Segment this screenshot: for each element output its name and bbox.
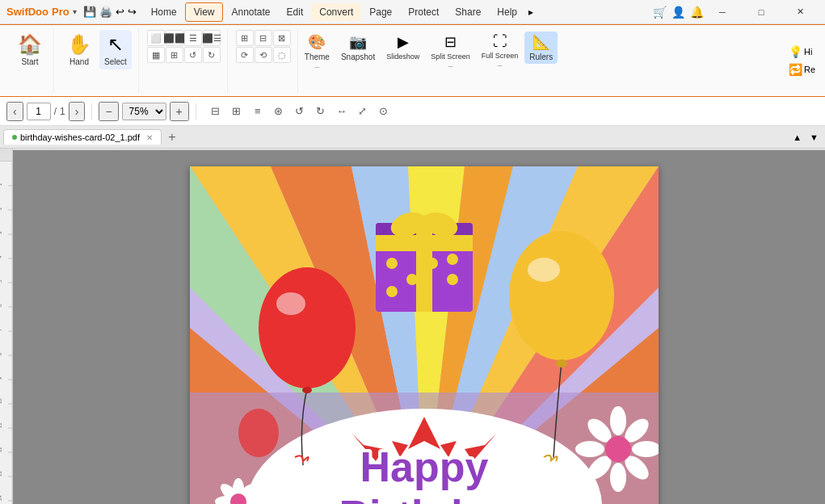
title-right-icons: 🛒 👤 🔔 — [653, 6, 704, 19]
svg-point-123 — [416, 215, 432, 231]
svg-point-137 — [610, 406, 626, 435]
menu-annotate[interactable]: Annotate — [223, 3, 278, 21]
select-label: Select — [104, 57, 127, 66]
tab-scroll-down[interactable]: ▼ — [806, 131, 822, 144]
theme-button[interactable]: 🎨 Theme ─ — [300, 32, 335, 73]
document-page: Happy Birthday Happy Happy Birthday Birt… — [190, 166, 659, 504]
svg-text:Birthday: Birthday — [339, 492, 509, 504]
redo-icon[interactable]: ↪ — [128, 6, 137, 18]
app-dropdown-icon[interactable]: ▾ — [73, 7, 77, 16]
menu-view[interactable]: View — [185, 2, 224, 22]
single-page-btn[interactable]: ⬜ — [147, 30, 165, 46]
extra-btn-2[interactable]: ⊟ — [255, 30, 272, 46]
page-number-input[interactable] — [27, 103, 51, 120]
svg-text:12: 12 — [0, 447, 2, 452]
menu-protect[interactable]: Protect — [400, 3, 447, 21]
zoom-in-button[interactable]: + — [170, 102, 189, 121]
document-area[interactable]: Happy Birthday Happy Happy Birthday Birt… — [13, 150, 825, 504]
save-icon[interactable]: 💾 — [83, 6, 96, 18]
two-page-btn[interactable]: ⬛⬛ — [166, 30, 183, 46]
undo-icon[interactable]: ↩ — [116, 6, 124, 18]
slideshow-icon: ▶ — [398, 33, 409, 51]
extra-btn-4[interactable]: ⟳ — [236, 47, 254, 63]
select-button[interactable]: ↖ Select — [99, 30, 132, 69]
menu-home[interactable]: Home — [143, 3, 185, 21]
snapshot-label: Snapshot — [341, 52, 375, 62]
split-screen-button[interactable]: ⊟ Split Screen ─ — [426, 32, 475, 72]
doc-scroll-area: Happy Birthday Happy Happy Birthday Birt… — [13, 150, 825, 504]
rotate-right-btn[interactable]: ↻ — [203, 47, 221, 63]
slideshow-button[interactable]: ▶ Slideshow — [381, 32, 424, 63]
hi-icon: 💡 — [789, 45, 802, 58]
next-page-button[interactable]: › — [69, 102, 86, 121]
hand-icon: ✋ — [67, 33, 91, 56]
minimize-button[interactable]: ─ — [704, 0, 741, 24]
menu-convert[interactable]: Convert — [311, 3, 361, 21]
menu-edit[interactable]: Edit — [279, 3, 312, 21]
extra-layout-group: ⊞ ⊟ ⊠ ⟳ ⟲ ◌ — [229, 28, 298, 93]
tab-close-button[interactable]: ✕ — [146, 133, 153, 142]
fit-width-btn[interactable]: ↔ — [332, 102, 351, 121]
prev-page-button[interactable]: ‹ — [6, 102, 23, 121]
snapshot-button[interactable]: 📷 Snapshot — [336, 32, 380, 64]
navigation-bar: ‹ / 1 › − 75% + ⊟ ⊞ ≡ ⊛ ↺ ↻ ↔ ⤢ ⊙ — [0, 97, 825, 126]
split-dropdown: ─ — [448, 63, 453, 70]
zoom-select[interactable]: 75% — [122, 103, 166, 120]
extra-btn-6[interactable]: ◌ — [273, 47, 291, 63]
svg-point-145 — [605, 436, 631, 462]
print-icon[interactable]: 🖨️ — [99, 6, 112, 18]
grid-2-btn[interactable]: ⊞ — [166, 47, 183, 63]
hand-button[interactable]: ✋ Hand — [62, 30, 96, 69]
tab-bar: birthday-wishes-card-02_1.pdf ✕ + ▲ ▼ — [0, 126, 825, 149]
fit-page-btn[interactable]: ⤢ — [353, 102, 373, 121]
extra-btn-3[interactable]: ⊠ — [273, 30, 291, 46]
view-mode-3[interactable]: ≡ — [248, 102, 267, 121]
view-mode-1[interactable]: ⊟ — [206, 102, 225, 121]
nav-divider-2 — [196, 103, 196, 120]
toolbar: 🏠 Start ✋ Hand ↖ Select ⬜ ⬛⬛ ☰ ⬛☰ — [0, 24, 825, 97]
maximize-button[interactable]: □ — [743, 0, 780, 24]
svg-text:10: 10 — [0, 398, 2, 404]
split-screen-icon: ⊟ — [444, 33, 457, 51]
split-screen-label: Split Screen — [431, 52, 470, 61]
full-screen-label: Full Screen — [482, 52, 519, 61]
svg-point-127 — [447, 274, 458, 285]
start-button[interactable]: 🏠 Start — [13, 30, 47, 69]
rotate-left-btn[interactable]: ↺ — [184, 47, 202, 63]
view-mode-2[interactable]: ⊞ — [227, 102, 246, 121]
svg-point-129 — [447, 254, 458, 265]
extra-btn-1[interactable]: ⊞ — [236, 30, 254, 46]
close-button[interactable]: ✕ — [781, 0, 819, 24]
extra-btn-5[interactable]: ⟲ — [255, 47, 272, 63]
full-screen-button[interactable]: ⛶ Full Screen ─ — [477, 32, 524, 71]
ruler-left: 1 2 3 4 5 6 7 8 9 10 11 12 13 14 — [0, 162, 13, 504]
zoom-out-button[interactable]: − — [99, 102, 118, 121]
rulers-button[interactable]: 📐 Rulers — [524, 32, 558, 64]
ruler-container: 1 2 3 4 5 6 7 8 9 10 11 12 13 14 — [0, 149, 13, 504]
rotate-left-nav[interactable]: ↺ — [290, 102, 309, 121]
two-scroll-btn[interactable]: ⬛☰ — [203, 30, 221, 46]
menu-page[interactable]: Page — [361, 3, 400, 21]
theme-icon: 🎨 — [308, 33, 326, 51]
store-icon[interactable]: 🛒 — [653, 6, 667, 19]
scroll-btn[interactable]: ☰ — [184, 30, 202, 46]
re-button[interactable]: 🔁 Re — [785, 61, 819, 78]
hi-button[interactable]: 💡 Hi — [785, 44, 819, 60]
tab-scroll-up[interactable]: ▲ — [789, 131, 805, 144]
account-icon[interactable]: 👤 — [671, 6, 685, 19]
document-tab[interactable]: birthday-wishes-card-02_1.pdf ✕ — [3, 129, 162, 145]
add-tab-button[interactable]: + — [163, 128, 181, 146]
page-separator: / — [54, 106, 57, 117]
app-name: SwifDoo — [6, 6, 48, 18]
menu-share[interactable]: Share — [447, 3, 489, 21]
app-suffix: Pro — [52, 6, 69, 18]
view-mode-4[interactable]: ⊛ — [269, 102, 288, 121]
menu-help[interactable]: Help — [489, 3, 525, 21]
notification-icon[interactable]: 🔔 — [690, 6, 704, 19]
menu-more-icon[interactable]: ▸ — [525, 3, 537, 21]
start-label: Start — [21, 57, 38, 66]
grid-1-btn[interactable]: ▦ — [147, 47, 165, 63]
rotate-right-nav[interactable]: ↻ — [311, 102, 330, 121]
actual-size-btn[interactable]: ⊙ — [374, 102, 394, 121]
app-logo[interactable]: SwifDooPro ▾ — [6, 6, 77, 18]
